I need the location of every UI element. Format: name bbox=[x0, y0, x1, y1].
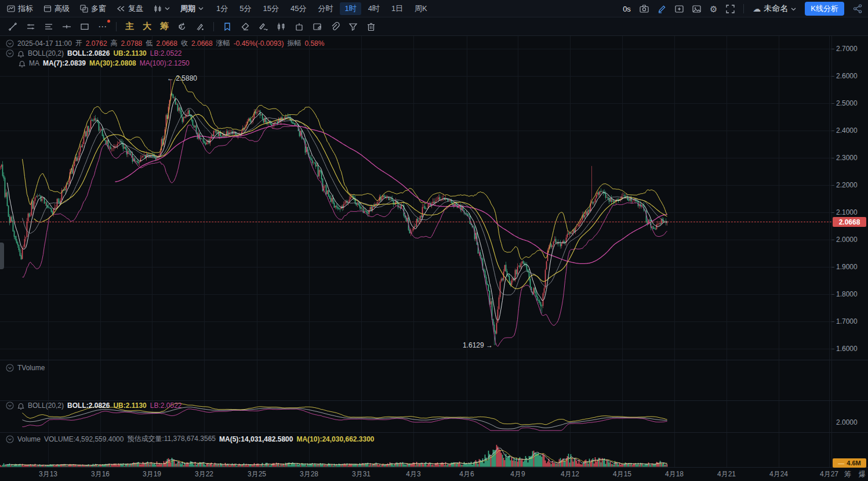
timeframe-1分[interactable]: 1分 bbox=[212, 2, 233, 15]
edit-pencil-icon[interactable] bbox=[658, 5, 666, 13]
panel-separator[interactable] bbox=[0, 360, 868, 360]
settings-gear-icon[interactable]: ⚙ bbox=[710, 5, 717, 13]
add-window-icon[interactable] bbox=[675, 5, 684, 13]
timeframe-15分[interactable]: 15分 bbox=[258, 2, 283, 15]
image-export-icon[interactable] bbox=[692, 5, 701, 13]
close-label: 收 bbox=[181, 38, 188, 48]
boll-panel-ub: UB:2.1130 bbox=[113, 402, 146, 410]
timeframe-周K[interactable]: 周K bbox=[410, 2, 432, 15]
main-price-chart[interactable] bbox=[0, 36, 831, 360]
bookmark-tool[interactable] bbox=[223, 22, 232, 31]
multi-window-button[interactable]: 多窗 bbox=[80, 3, 106, 14]
collapse-chevron-icon[interactable] bbox=[6, 49, 14, 57]
document-name: 未命名 bbox=[764, 3, 788, 14]
collapse-chevron-icon[interactable] bbox=[6, 435, 14, 443]
lock-box-tool[interactable] bbox=[295, 22, 304, 31]
note-edit-tool[interactable] bbox=[313, 22, 322, 31]
more-tools-button[interactable]: ⋯ bbox=[98, 21, 107, 32]
horizontal-lines-tool[interactable] bbox=[44, 22, 53, 31]
panel-separator[interactable] bbox=[0, 400, 868, 401]
price-axis-label: 2.1000 bbox=[836, 208, 858, 216]
amplitude-label: 振幅 bbox=[287, 38, 301, 48]
date-axis-label: 4月27 bbox=[820, 469, 838, 479]
high-annotation: ← 2.5880 bbox=[167, 74, 197, 82]
kline-analysis-button[interactable]: K线分析 bbox=[805, 2, 844, 16]
high-label: 高 bbox=[111, 38, 118, 48]
document-name-dropdown[interactable]: ☁ 未命名 bbox=[753, 3, 796, 14]
axis-extra-label[interactable]: 筹 bbox=[844, 469, 851, 479]
main-chart-toggle[interactable]: 主 bbox=[125, 21, 134, 32]
timeframe-分时[interactable]: 分时 bbox=[313, 2, 337, 15]
candle-style-dropdown[interactable] bbox=[154, 5, 170, 13]
refresh-tool[interactable] bbox=[177, 22, 187, 31]
chart-region[interactable]: 2.0668 3月133月163月193月223月253月283月314月34月… bbox=[0, 36, 868, 481]
candle-datetime: 2025-04-17 11:00 bbox=[17, 39, 72, 48]
eraser-tool[interactable] bbox=[241, 22, 250, 31]
rectangle-tool[interactable] bbox=[80, 22, 89, 31]
timeframe-45分[interactable]: 45分 bbox=[286, 2, 311, 15]
advanced-button[interactable]: 高级 bbox=[43, 3, 70, 14]
share-icon[interactable] bbox=[853, 4, 862, 13]
price-axis-label: 1.8000 bbox=[836, 290, 858, 298]
trash-tool[interactable] bbox=[366, 22, 376, 31]
ohlc-info-row: 2025-04-17 11:00 开2.0762 高2.0788 低2.0668… bbox=[6, 38, 324, 48]
parallel-channel-tool[interactable] bbox=[26, 22, 35, 31]
kline-app: 指标 高级 多窗 复盘 周期 1分5分15分45分分时1 bbox=[0, 0, 868, 481]
timeframe-5分[interactable]: 5分 bbox=[235, 2, 256, 15]
alert-bell-icon[interactable] bbox=[17, 402, 24, 410]
current-price-line bbox=[0, 222, 831, 222]
ma7-value: MA(7):2.0839 bbox=[43, 59, 86, 67]
large-view-toggle[interactable]: 大 bbox=[143, 21, 151, 32]
indicator-button[interactable]: 指标 bbox=[7, 3, 33, 14]
price-axis-label: 2.2000 bbox=[836, 181, 858, 189]
replay-icon bbox=[117, 5, 125, 13]
change-label: 涨幅 bbox=[216, 38, 230, 48]
date-axis-label: 4月3 bbox=[406, 469, 420, 479]
boll-ub-value: UB:2.1130 bbox=[113, 49, 146, 57]
boll-mid-value: BOLL:2.0826 bbox=[67, 49, 110, 57]
fullscreen-icon[interactable] bbox=[726, 5, 735, 13]
boll-name: BOLL(20,2) bbox=[28, 49, 64, 57]
collapse-chevron-icon[interactable] bbox=[6, 364, 14, 372]
panel-separator[interactable] bbox=[0, 432, 868, 433]
chips-toggle[interactable]: 筹 bbox=[160, 21, 169, 32]
screenshot-camera-icon[interactable] bbox=[640, 5, 649, 13]
date-axis-label: 3月13 bbox=[39, 469, 57, 479]
candlestick-tool[interactable] bbox=[277, 22, 286, 31]
period-dropdown[interactable]: 周期 bbox=[180, 3, 204, 14]
replay-button[interactable]: 复盘 bbox=[117, 3, 143, 14]
attachment-tool[interactable] bbox=[331, 22, 340, 31]
freehand-pen-tool[interactable] bbox=[259, 22, 268, 31]
current-price-tag: 2.0668 bbox=[833, 217, 866, 227]
volume-estimate: 预估成交量:11,378,674.3565 bbox=[127, 434, 216, 444]
trend-line-tool[interactable] bbox=[8, 22, 17, 31]
axis-tick-dash bbox=[831, 349, 834, 349]
panel-separator bbox=[0, 467, 868, 468]
chevron-down-icon bbox=[791, 7, 796, 11]
side-panel-handle[interactable] bbox=[0, 243, 4, 269]
timeframe-1日[interactable]: 1日 bbox=[387, 2, 408, 15]
volume-ma10: MA(10):24,030,662.3300 bbox=[296, 435, 374, 443]
volume-bars-up bbox=[1, 445, 667, 467]
alert-bell-icon[interactable] bbox=[17, 50, 24, 57]
price-axis-label: 1.9000 bbox=[836, 263, 858, 271]
timeframe-1时[interactable]: 1时 bbox=[340, 2, 361, 15]
magic-brush-tool[interactable] bbox=[195, 22, 205, 31]
volume-panel-row: Volume VOLUME:4,592,559.4000 预估成交量:11,37… bbox=[6, 434, 375, 444]
close-value: 2.0668 bbox=[191, 39, 213, 48]
filter-tool[interactable] bbox=[348, 22, 358, 31]
alert-bell-icon[interactable] bbox=[19, 60, 26, 67]
timeframe-4时[interactable]: 4时 bbox=[364, 2, 384, 15]
boll-panel-name: BOLL(20,2) bbox=[28, 402, 64, 410]
axis-tick-dash bbox=[831, 103, 834, 104]
date-axis-label: 4月21 bbox=[717, 469, 736, 479]
collapse-chevron-icon[interactable] bbox=[6, 402, 14, 410]
price-axis-label: 1.6000 bbox=[836, 345, 858, 353]
collapse-chevron-icon[interactable] bbox=[6, 39, 14, 48]
axis-extra-label[interactable]: 爆 bbox=[859, 469, 866, 479]
tag-dash: — bbox=[838, 460, 844, 466]
axis-tick-dash bbox=[831, 185, 834, 186]
horizontal-ray-tool[interactable] bbox=[62, 22, 71, 31]
change-value: -0.45%(-0.0093) bbox=[234, 39, 284, 48]
boll-axis-tick: 2.0000 bbox=[836, 418, 858, 426]
